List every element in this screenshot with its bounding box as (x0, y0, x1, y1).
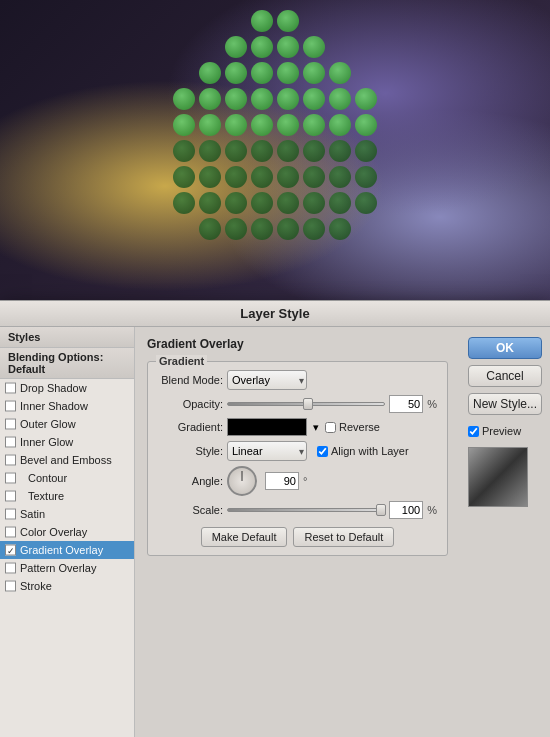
preview-text: Preview (482, 425, 521, 437)
sidebar-item-blending-options[interactable]: Blending Options: Default (0, 348, 134, 379)
satin-checkbox[interactable] (5, 509, 16, 520)
inner-shadow-checkbox[interactable] (5, 401, 16, 412)
blend-mode-row: Blend Mode: Overlay Normal Multiply Scre… (158, 370, 437, 390)
stroke-checkbox[interactable] (5, 581, 16, 592)
align-with-layer-checkbox[interactable] (317, 446, 328, 457)
style-select-wrapper: Linear Radial Angle Reflected Diamond (227, 441, 307, 461)
dot (277, 192, 299, 214)
dot (251, 192, 273, 214)
scale-slider-thumb[interactable] (376, 504, 386, 516)
drop-shadow-label: Drop Shadow (20, 382, 87, 394)
satin-label: Satin (20, 508, 45, 520)
cancel-button[interactable]: Cancel (468, 365, 542, 387)
dot (173, 140, 195, 162)
right-buttons-panel: OK Cancel New Style... Preview (460, 327, 550, 737)
dot (173, 166, 195, 188)
inner-glow-checkbox[interactable] (5, 437, 16, 448)
sidebar-item-outer-glow[interactable]: Outer Glow (0, 415, 134, 433)
new-style-button[interactable]: New Style... (468, 393, 542, 415)
angle-input[interactable] (265, 472, 299, 490)
angle-line (242, 471, 243, 481)
dot (303, 88, 325, 110)
blend-mode-label: Blend Mode: (158, 374, 223, 386)
sidebar-item-inner-glow[interactable]: Inner Glow (0, 433, 134, 451)
make-default-button[interactable]: Make Default (201, 527, 288, 547)
color-overlay-checkbox[interactable] (5, 527, 16, 538)
contour-checkbox[interactable] (5, 473, 16, 484)
bevel-emboss-checkbox[interactable] (5, 455, 16, 466)
gradient-preview[interactable] (227, 418, 307, 436)
dot (303, 166, 325, 188)
dot (355, 114, 377, 136)
dot (355, 88, 377, 110)
blending-options-label: Blending Options: Default (8, 351, 126, 375)
opacity-input[interactable] (389, 395, 423, 413)
texture-checkbox[interactable] (5, 491, 16, 502)
gradient-overlay-title: Gradient Overlay (147, 337, 448, 351)
pattern-overlay-label: Pattern Overlay (20, 562, 96, 574)
stroke-label: Stroke (20, 580, 52, 592)
inner-shadow-label: Inner Shadow (20, 400, 88, 412)
sidebar-item-bevel-emboss[interactable]: Bevel and Emboss (0, 451, 134, 469)
controls-panel: Gradient Overlay Gradient Blend Mode: Ov… (135, 327, 460, 737)
layer-style-dialog: Layer Style Styles Blending Options: Def… (0, 300, 550, 737)
drop-shadow-checkbox[interactable] (5, 383, 16, 394)
dot (225, 114, 247, 136)
sidebar-item-stroke[interactable]: Stroke (0, 577, 134, 595)
ok-button[interactable]: OK (468, 337, 542, 359)
gradient-row: Gradient: ▾ Reverse (158, 418, 437, 436)
dot (303, 36, 325, 58)
preview-checkbox[interactable] (468, 426, 479, 437)
dot (303, 192, 325, 214)
sidebar-item-satin[interactable]: Satin (0, 505, 134, 523)
dot (251, 114, 273, 136)
dot (277, 88, 299, 110)
pattern-overlay-checkbox[interactable] (5, 563, 16, 574)
reverse-checkbox[interactable] (325, 422, 336, 433)
gradient-overlay-checkbox[interactable]: ✓ (5, 545, 16, 556)
sidebar-item-color-overlay[interactable]: Color Overlay (0, 523, 134, 541)
opacity-slider-thumb[interactable] (303, 398, 313, 410)
style-select[interactable]: Linear Radial Angle Reflected Diamond (227, 441, 307, 461)
dot (225, 166, 247, 188)
dialog-title: Layer Style (240, 306, 309, 321)
sidebar-item-pattern-overlay[interactable]: Pattern Overlay (0, 559, 134, 577)
reverse-label: Reverse (325, 421, 380, 433)
dot (329, 166, 351, 188)
dot (251, 36, 273, 58)
gradient-arrow[interactable]: ▾ (311, 421, 321, 434)
dot (251, 88, 273, 110)
dot (199, 88, 221, 110)
dots-grid (173, 10, 377, 244)
outer-glow-checkbox[interactable] (5, 419, 16, 430)
align-with-layer-label: Align with Layer (317, 445, 409, 457)
dot (251, 62, 273, 84)
scale-label: Scale: (158, 504, 223, 516)
sidebar-item-contour[interactable]: Contour (0, 469, 134, 487)
inner-glow-label: Inner Glow (20, 436, 73, 448)
dot (251, 218, 273, 240)
scale-slider-track[interactable] (227, 508, 385, 512)
opacity-label: Opacity: (158, 398, 223, 410)
scale-unit: % (427, 504, 437, 516)
color-overlay-label: Color Overlay (20, 526, 87, 538)
dot (355, 166, 377, 188)
opacity-slider-track[interactable] (227, 402, 385, 406)
dot (355, 192, 377, 214)
scale-row: Scale: % (158, 501, 437, 519)
align-with-layer-text: Align with Layer (331, 445, 409, 457)
dot (199, 114, 221, 136)
sidebar-item-texture[interactable]: Texture (0, 487, 134, 505)
dot (329, 140, 351, 162)
dot (199, 166, 221, 188)
angle-dial[interactable] (227, 466, 257, 496)
scale-input[interactable] (389, 501, 423, 519)
blend-mode-select[interactable]: Overlay Normal Multiply Screen (227, 370, 307, 390)
reset-to-default-button[interactable]: Reset to Default (293, 527, 394, 547)
sidebar-item-inner-shadow[interactable]: Inner Shadow (0, 397, 134, 415)
style-label: Style: (158, 445, 223, 457)
sidebar-item-gradient-overlay[interactable]: ✓ Gradient Overlay (0, 541, 134, 559)
dot (303, 218, 325, 240)
sidebar-item-drop-shadow[interactable]: Drop Shadow (0, 379, 134, 397)
dot (277, 62, 299, 84)
